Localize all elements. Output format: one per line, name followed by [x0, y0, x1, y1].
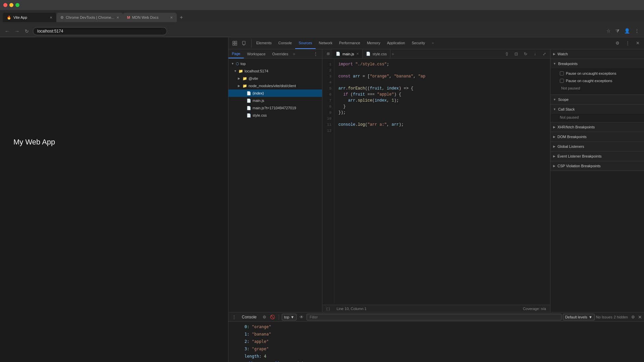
tab2-close-icon[interactable]: ✕: [116, 16, 119, 19]
sidebar-tab-workspace[interactable]: Workspace: [244, 49, 269, 58]
tab-security[interactable]: Security: [408, 37, 428, 49]
output-val-1: "banana": [252, 332, 271, 337]
global-listeners-header[interactable]: ▶ Global Listeners: [550, 142, 644, 151]
cursor-position-icon: { }: [326, 307, 330, 311]
sidebar-tab-page[interactable]: Page: [228, 49, 244, 58]
tab-memory[interactable]: Memory: [364, 37, 384, 49]
extensions-icon[interactable]: ⧩: [614, 27, 621, 35]
output-val-2: "apple": [252, 339, 269, 344]
settings-icon[interactable]: ⚙: [613, 39, 622, 48]
inspect-element-icon[interactable]: [230, 39, 239, 48]
breakpoints-content: Pause on uncaught exceptions Pause on ca…: [550, 68, 644, 95]
tree-item-top[interactable]: ▼ ⬡ top: [228, 60, 322, 67]
tree-item-main-js-query[interactable]: 📄 main.js?t=1710494727019: [228, 104, 322, 112]
browser-tab-vite[interactable]: 🔥 Vite App ✕: [3, 13, 56, 22]
back-button[interactable]: ←: [3, 28, 11, 35]
code-tab-main-js[interactable]: 📄 main.js ✕: [332, 49, 363, 58]
close-devtools-icon[interactable]: ✕: [633, 39, 642, 48]
svg-rect-3: [235, 44, 237, 45]
not-paused-item: Not paused: [558, 84, 641, 92]
watch-label: Watch: [557, 52, 568, 56]
console-menu-icon[interactable]: ⋮: [230, 313, 238, 321]
pause-uncaught-label: Pause on uncaught exceptions: [566, 71, 616, 75]
pause-uncaught-checkbox[interactable]: [560, 71, 564, 75]
line-numbers: 1 2 3 4 5 6 7 8 9 10 11 12: [322, 59, 334, 305]
maximize-button[interactable]: [15, 3, 19, 7]
code-line-10: [338, 116, 546, 122]
console-levels-selector[interactable]: Default levels ▼: [563, 314, 595, 320]
browser-tab-mdn[interactable]: M MDN Web Docs ✕: [123, 13, 177, 22]
format-icon[interactable]: {}: [502, 50, 511, 58]
address-bar[interactable]: localhost:5174: [33, 27, 167, 35]
console-output-prototype[interactable]: ▶ [[Prototype]]: Array(0): [228, 360, 644, 362]
tab-elements[interactable]: Elements: [253, 37, 275, 49]
tree-item-vite[interactable]: ▶ 📁 @vite: [228, 75, 322, 82]
tab1-close-icon[interactable]: ✕: [50, 16, 52, 19]
refresh-button[interactable]: ↻: [23, 28, 30, 35]
pause-caught-checkbox[interactable]: [560, 79, 564, 83]
watch-header[interactable]: ▶ Watch: [550, 49, 644, 59]
tab-console[interactable]: Console: [275, 37, 295, 49]
line-num-10: 10: [322, 116, 334, 122]
console-settings-icon[interactable]: ⚙: [261, 313, 268, 321]
sidebar-tabs-more-icon[interactable]: »: [293, 52, 295, 56]
tab-performance[interactable]: Performance: [336, 37, 364, 49]
call-stack-section: ▼ Call Stack Not paused: [550, 105, 644, 122]
search-in-file-icon[interactable]: ⤢: [540, 50, 549, 58]
tab3-close-icon[interactable]: ✕: [170, 16, 173, 19]
call-stack-content: Not paused: [550, 114, 644, 122]
menu-icon[interactable]: ⋮: [633, 27, 641, 35]
tab-network[interactable]: Network: [316, 37, 336, 49]
code-line-6: if (fruit === "apple") {: [338, 92, 546, 98]
code-tab-main-close-icon[interactable]: ✕: [356, 52, 359, 56]
bookmark-icon[interactable]: ☆: [605, 27, 612, 35]
device-toolbar-icon[interactable]: [240, 39, 249, 48]
code-tabs-more-icon[interactable]: »: [390, 52, 395, 56]
eye-icon[interactable]: 👁: [298, 313, 305, 321]
output-key-1: 1:: [245, 332, 252, 337]
new-tab-button[interactable]: +: [177, 13, 186, 22]
save-icon[interactable]: ↓: [531, 50, 539, 58]
split-view-icon[interactable]: ⊞: [324, 50, 332, 58]
tree-item-style-css[interactable]: 📄 style.css: [228, 112, 322, 119]
debugger-sidebar: ▶ Watch ▼ Breakpoints Pau: [550, 49, 644, 312]
call-stack-header[interactable]: ▼ Call Stack: [550, 105, 644, 114]
tree-item-index[interactable]: 📄 (index): [228, 89, 322, 97]
tab-more[interactable]: »: [428, 37, 437, 49]
tab-sources[interactable]: Sources: [295, 37, 315, 49]
more-options-icon[interactable]: ⋮: [623, 39, 632, 48]
code-content[interactable]: import "./style.css"; const arr = ["oran…: [334, 59, 550, 305]
browser-tab-devtools[interactable]: ⚙ Chrome DevTools | Chrome... ✕: [56, 13, 123, 22]
tree-item-localhost[interactable]: ▼ 📁 localhost:5174: [228, 67, 322, 75]
console-close-icon[interactable]: ✕: [638, 314, 642, 320]
sync-icon[interactable]: ↻: [521, 50, 530, 58]
tree-item-node-modules[interactable]: ▶ 📁 node_modules/vite/dist/client: [228, 82, 322, 89]
file-icon-style-css: 📄: [247, 113, 251, 118]
console-filter-input[interactable]: [307, 314, 561, 320]
file-icon-main-js: 📄: [247, 99, 251, 103]
forward-button[interactable]: →: [13, 28, 21, 35]
code-tab-style-css[interactable]: 📄 style.css: [363, 49, 390, 58]
close-button[interactable]: [3, 3, 7, 7]
console-gear-icon[interactable]: ⚙: [629, 313, 637, 321]
pretty-print-icon[interactable]: ⊡: [512, 50, 521, 58]
sidebar-more-icon[interactable]: ⋮: [311, 50, 320, 58]
console-clear-icon[interactable]: 🚫: [269, 313, 276, 321]
sidebar-tab-overrides[interactable]: Overrides: [269, 49, 292, 58]
profile-icon[interactable]: 👤: [623, 27, 631, 35]
minimize-button[interactable]: [9, 3, 13, 7]
cursor-position: Line 10, Column 1: [336, 307, 366, 311]
tab2-title: Chrome DevTools | Chrome...: [66, 15, 114, 19]
tab-application[interactable]: Application: [384, 37, 409, 49]
tree-item-main-js[interactable]: 📄 main.js: [228, 97, 322, 104]
event-listener-header[interactable]: ▶ Event Listener Breakpoints: [550, 152, 644, 161]
code-editor[interactable]: 1 2 3 4 5 6 7 8 9 10 11 12: [322, 59, 550, 305]
levels-label: Default levels: [565, 315, 587, 319]
scope-header[interactable]: ▼ Scope: [550, 95, 644, 104]
breakpoints-header[interactable]: ▼ Breakpoints: [550, 59, 644, 68]
xhr-header[interactable]: ▶ XHR/fetch Breakpoints: [550, 122, 644, 132]
csp-header[interactable]: ▶ CSP Violation Breakpoints: [550, 161, 644, 171]
dom-header[interactable]: ▶ DOM Breakpoints: [550, 132, 644, 141]
console-context-selector[interactable]: top ▼: [282, 314, 297, 320]
nav-bar: ← → ↻ localhost:5174 ☆ ⧩ 👤 ⋮: [0, 25, 644, 37]
